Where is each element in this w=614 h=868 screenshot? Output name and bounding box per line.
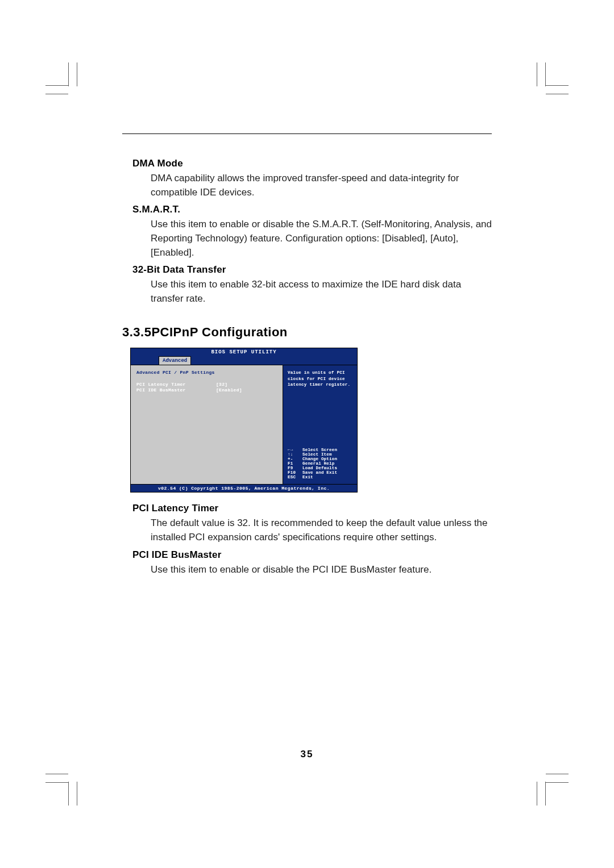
bios-tab-advanced: Advanced — [159, 356, 191, 365]
nav-action: Exit — [302, 475, 313, 479]
dma-mode-label: DMA Mode — [132, 158, 492, 169]
smart-label: S.M.A.R.T. — [132, 204, 492, 215]
bios-row-pci-ide: PCI IDE BusMaster [Enabled] — [136, 387, 277, 393]
bios-row-key: PCI IDE BusMaster — [136, 387, 216, 393]
pci-latency-body: The default value is 32. It is recommend… — [151, 516, 492, 544]
bios-row-pci-latency: PCI Latency Timer [32] — [136, 382, 277, 387]
nav-action: Save and Exit — [302, 470, 337, 475]
smart-body: Use this item to enable or disable the S… — [151, 218, 492, 260]
dma-mode-body: DMA capability allows the improved trans… — [151, 172, 492, 199]
bios-navigation: ←→Select Screen ↑↓Select Item +-Change O… — [288, 448, 352, 479]
nav-key: ←→ — [288, 448, 302, 452]
pci-ide-label: PCI IDE BusMaster — [132, 549, 492, 561]
bit32-label: 32-Bit Data Transfer — [132, 264, 492, 276]
page-content: DMA Mode DMA capability allows the impro… — [122, 133, 492, 581]
nav-key: ↑↓ — [288, 452, 302, 457]
bios-help-pane: Value in units of PCI clocks for PCI dev… — [283, 365, 357, 484]
bios-tabs: Advanced — [131, 356, 357, 365]
nav-key: F9 — [288, 466, 302, 470]
bios-row-value: [32] — [216, 382, 227, 387]
bit32-body: Use this item to enable 32-bit access to… — [151, 278, 492, 306]
nav-action: Select Screen — [302, 448, 337, 452]
nav-action: General Help — [302, 461, 334, 466]
bios-footer: v02.54 (C) Copyright 1985-2005, American… — [131, 484, 357, 492]
nav-key: ESC — [288, 475, 302, 479]
pci-latency-label: PCI Latency Timer — [132, 503, 492, 514]
bios-help-text: Value in units of PCI clocks for PCI dev… — [288, 370, 352, 387]
section-heading: 3.3.5PCIPnP Configuration — [122, 325, 492, 340]
page-number: 35 — [0, 749, 614, 760]
pci-ide-body: Use this item to enable or disable the P… — [151, 563, 492, 577]
bios-row-value: [Enabled] — [216, 387, 242, 393]
header-rule — [122, 133, 492, 134]
bios-settings-title: Advanced PCI / PnP Settings — [136, 370, 277, 375]
nav-key: +- — [288, 457, 302, 461]
nav-key: F1 — [288, 461, 302, 466]
nav-action: Select Item — [302, 452, 332, 457]
nav-key: F10 — [288, 470, 302, 475]
bios-row-key: PCI Latency Timer — [136, 382, 216, 387]
bios-settings-pane: Advanced PCI / PnP Settings PCI Latency … — [131, 365, 283, 484]
bios-title: BIOS SETUP UTILITY — [131, 348, 357, 356]
nav-action: Change Option — [302, 457, 337, 461]
nav-action: Load Defaults — [302, 466, 337, 470]
bios-setup-utility: BIOS SETUP UTILITY Advanced Advanced PCI… — [130, 348, 358, 493]
